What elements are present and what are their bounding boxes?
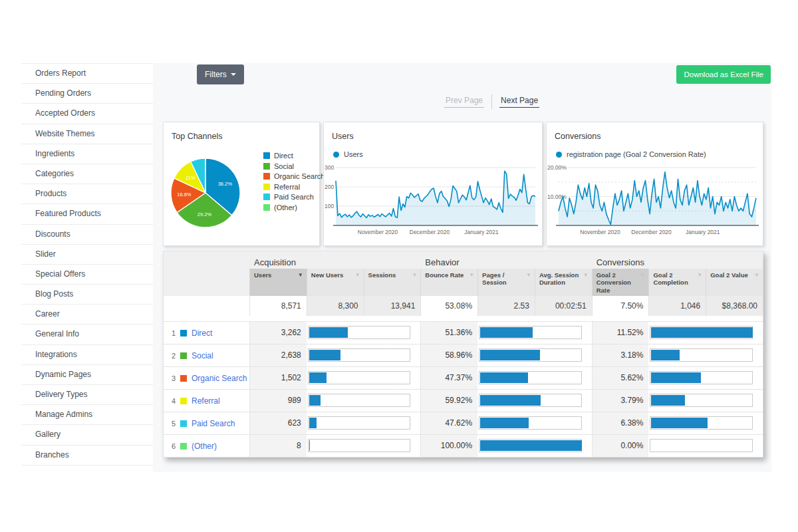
channel-cell: 4Referral (164, 390, 249, 412)
channel-link[interactable]: Social (192, 351, 213, 360)
users-value: 623 (249, 412, 307, 434)
column-header-goal-2-completion[interactable]: Goal 2 Completion▼ (648, 269, 706, 296)
goal-conversion-bar-cell (648, 344, 763, 366)
sidebar-item-discounts[interactable]: Discounts (21, 224, 153, 244)
column-header-label: Pages / Session (482, 271, 524, 294)
bounce-rate-value: 59.92% (420, 390, 477, 412)
column-header-label: Goal 2 Value (710, 271, 748, 294)
sidebar-item-products[interactable]: Products (21, 184, 153, 203)
sort-arrow-icon: ▼ (526, 272, 531, 279)
column-header-bounce-rate[interactable]: Bounce Rate▼ (420, 269, 477, 296)
column-header-avg-session-duration[interactable]: Avg. Session Duration▼ (535, 269, 592, 296)
analytics-panel: Top Channels 36.2%29.2%16.6%11% DirectSo… (163, 122, 763, 458)
users-value: 989 (249, 390, 307, 412)
sort-arrow-icon: ▼ (355, 272, 360, 279)
table-row-direct: 1Direct3,26251.36%11.52% (164, 321, 763, 344)
channel-cell: 1Direct (164, 322, 249, 344)
column-header-pages-session[interactable]: Pages / Session▼ (477, 269, 535, 296)
sidebar-item-manage-admins[interactable]: Manage Admins (21, 404, 153, 424)
row-rank: 5 (170, 420, 176, 428)
top-channels-title: Top Channels (172, 132, 319, 141)
sidebar-item-gallery[interactable]: Gallery (21, 424, 153, 444)
channels-table: Acquisition Behavior Conversions Users▼N… (163, 251, 763, 458)
users-bar (309, 327, 348, 338)
column-header-users[interactable]: Users▼ (249, 269, 307, 296)
sidebar-item-branches[interactable]: Branches (21, 445, 153, 466)
sidebar-item-pending-orders[interactable]: Pending Orders (21, 83, 153, 103)
users-legend: Users (333, 150, 542, 158)
channel-link[interactable]: Referral (192, 396, 220, 406)
conversions-legend-dot-icon (556, 152, 562, 158)
users-bar-cell (307, 390, 421, 412)
column-header-label: Users (254, 271, 271, 294)
bar-box (479, 348, 582, 362)
bar-box (650, 326, 753, 339)
prev-page-link[interactable]: Prev Page (444, 96, 484, 108)
channel-swatch-icon (180, 443, 187, 450)
channel-link[interactable]: Organic Search (192, 374, 247, 383)
total-sessions: 13,941 (364, 296, 421, 316)
goal-conversion-value: 6.38% (592, 412, 649, 434)
legend-swatch-icon (263, 194, 270, 200)
column-header-new-users[interactable]: New Users▼ (307, 269, 364, 296)
users-bar (309, 440, 310, 451)
sidebar-item-featured-products[interactable]: Featured Products (21, 203, 153, 223)
bar-box (479, 416, 582, 430)
total-users: 8,571 (249, 296, 307, 316)
goal-conversion-bar-cell (648, 367, 763, 389)
goal-conversion-bar (651, 395, 684, 406)
sidebar-item-website-themes[interactable]: Website Themes (21, 124, 153, 144)
download-excel-button[interactable]: Download as Excel File (676, 65, 771, 84)
column-header-label: Goal 2 Completion (653, 271, 695, 294)
next-page-link[interactable]: Next Page (499, 96, 539, 108)
sidebar-item-dynamic-pages[interactable]: Dynamic Pages (21, 364, 153, 384)
sidebar-item-ingredients[interactable]: Ingredients (21, 144, 153, 164)
sidebar-item-career[interactable]: Career (21, 304, 153, 324)
sidebar-item-delivery-types[interactable]: Delivery Types (21, 384, 153, 404)
x-axis-tick-label: December 2020 (631, 229, 672, 235)
users-value: 2,638 (249, 344, 307, 366)
pie-slice-label: 11% (186, 175, 196, 181)
bounce-rate-bar-cell (477, 322, 592, 344)
total-bounce-rate: 53.08% (420, 296, 477, 316)
column-header-sessions[interactable]: Sessions▼ (364, 269, 421, 296)
table-column-header-row: Users▼New Users▼Sessions▼Bounce Rate▼Pag… (164, 269, 763, 296)
x-axis-tick-label: January 2021 (464, 229, 499, 235)
channel-link[interactable]: Paid Search (192, 419, 235, 428)
bounce-rate-bar-cell (477, 367, 592, 389)
goal-conversion-value: 3.79% (592, 390, 649, 412)
channel-link[interactable]: (Other) (192, 442, 217, 451)
y-axis-tick-label: 20.00% (547, 164, 567, 171)
pie-legend-item-organic-search: Organic Search (263, 172, 325, 180)
bounce-rate-bar (480, 440, 582, 451)
total-avg-session-duration: 00:02:51 (535, 296, 592, 316)
bar-box (650, 439, 753, 452)
y-axis-tick-label: 200 (325, 184, 334, 190)
column-header-goal-2-value[interactable]: Goal 2 Value▼ (706, 269, 763, 296)
total-new-users: 8,300 (307, 296, 364, 316)
channel-link[interactable]: Direct (192, 329, 212, 338)
sidebar-item-blog-posts[interactable]: Blog Posts (21, 284, 153, 304)
users-bar (309, 350, 340, 360)
bar-box (308, 348, 411, 362)
channel-cell: 5Paid Search (164, 412, 249, 434)
sidebar-item-integrations[interactable]: Integrations (21, 344, 153, 364)
filters-button[interactable]: Filters (197, 65, 244, 84)
sidebar-item-orders-report[interactable]: Orders Report (21, 63, 153, 83)
sidebar-item-categories[interactable]: Categories (21, 164, 153, 184)
sort-arrow-icon: ▼ (298, 272, 303, 279)
column-header-goal-2-conversion-rate[interactable]: Goal 2 Conversion Rate▼ (592, 269, 649, 296)
users-chart-title: Users (332, 132, 542, 141)
pagination-divider (491, 94, 492, 109)
column-header-label: Bounce Rate (425, 271, 464, 294)
pie-legend-item-social: Social (263, 162, 325, 170)
sidebar-item-special-offers[interactable]: Special Offers (21, 264, 153, 284)
bounce-rate-bar (480, 327, 532, 338)
sidebar-item-accepted-orders[interactable]: Accepted Orders (21, 103, 153, 123)
goal-conversion-bar (651, 418, 708, 428)
sidebar-item-general-info[interactable]: General Info (21, 324, 153, 344)
bar-box (308, 371, 411, 384)
legend-label: (Other) (274, 203, 297, 211)
sidebar-item-slider[interactable]: Slider (21, 244, 153, 264)
users-value: 3,262 (249, 322, 307, 344)
